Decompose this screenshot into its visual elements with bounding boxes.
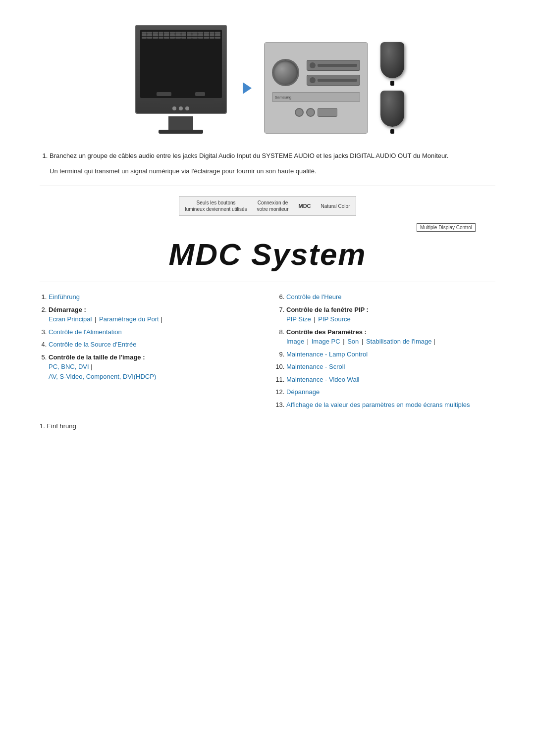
list-item-11: Maintenance - Video Wall bbox=[286, 375, 495, 385]
list-item-8: Contrôle des Paramètres : Image | Image … bbox=[286, 327, 495, 347]
list-item-7: Contrôle de la fenêtre PIP : PIP Size | … bbox=[286, 305, 495, 324]
list-item-6: Contrôle de l'Heure bbox=[286, 292, 495, 302]
list-item-1: Einführung bbox=[49, 292, 258, 302]
list-item-10: Maintenance - Scroll bbox=[286, 362, 495, 372]
monitor-image bbox=[131, 25, 230, 134]
link-parametrage-port[interactable]: Paramétrage du Port bbox=[99, 315, 159, 323]
item8-label: Contrôle des Paramètres : bbox=[286, 328, 367, 336]
mdc-title: MDC System bbox=[40, 237, 495, 272]
link-controle-source[interactable]: Contrôle de la Source d'Entrée bbox=[49, 341, 136, 348]
list-item-5: Contrôle de la taille de l'image : PC, B… bbox=[49, 353, 258, 382]
page-container: Samsung Branchez un groupe de câbles aud… bbox=[0, 0, 535, 756]
link-depannage[interactable]: Dépannage bbox=[286, 388, 320, 396]
nav-list-right: Contrôle de l'Heure Contrôle de la fenêt… bbox=[277, 292, 495, 412]
navigation-list: Einführung Démarrage : Ecran Principal |… bbox=[40, 292, 495, 412]
tab-natural-color[interactable]: Natural Color bbox=[321, 203, 350, 209]
list-item-4: Contrôle de la Source d'Entrée bbox=[49, 340, 258, 350]
divider-2 bbox=[40, 282, 495, 282]
list-item-13: Affichage de la valeur des paramètres en… bbox=[286, 400, 495, 410]
list-item-3: Contrôle de l'Alimentation bbox=[49, 327, 258, 337]
nav-tabs-area: Seuls les boutons lumineux deviennent ut… bbox=[40, 196, 495, 216]
link-stabilisation[interactable]: Stabilisation de l'image bbox=[366, 338, 432, 345]
item5-label: Contrôle de la taille de l'image : bbox=[49, 353, 145, 361]
nav-tabs-bar: Seuls les boutons lumineux deviennent ut… bbox=[179, 196, 357, 216]
intro-text-section: Branchez un groupe de câbles audio entre… bbox=[40, 151, 495, 176]
tab-mdc[interactable]: MDC bbox=[299, 202, 311, 209]
link-son[interactable]: Son bbox=[347, 338, 359, 345]
link-ecran-principal[interactable]: Ecran Principal bbox=[49, 315, 92, 323]
intro-subtext: Un terminal qui transmet un signal numér… bbox=[50, 166, 495, 176]
item7-label: Contrôle de la fenêtre PIP : bbox=[286, 306, 369, 313]
link-video-wall[interactable]: Maintenance - Video Wall bbox=[286, 376, 359, 383]
link-lamp-control[interactable]: Maintenance - Lamp Control bbox=[286, 351, 368, 358]
link-maintenance-scroll[interactable]: Maintenance - Scroll bbox=[286, 363, 345, 370]
mdc-system-header: Multiple Display Control MDC System bbox=[40, 223, 495, 272]
link-av-svideo[interactable]: AV, S-Video, Component, DVI(HDCP) bbox=[49, 373, 156, 380]
cable-connectors bbox=[380, 42, 404, 134]
link-image-pc[interactable]: Image PC bbox=[312, 338, 340, 345]
list-item-2: Démarrage : Ecran Principal | Paramétrag… bbox=[49, 305, 258, 324]
link-pip-size[interactable]: PIP Size bbox=[286, 315, 311, 323]
link-einfuhrung[interactable]: Einführung bbox=[49, 293, 80, 301]
tab-connection[interactable]: Connexion de votre moniteur bbox=[257, 200, 289, 212]
link-controle-heure[interactable]: Contrôle de l'Heure bbox=[286, 293, 342, 301]
tab-buttons[interactable]: Seuls les boutons lumineux deviennent ut… bbox=[185, 200, 247, 212]
link-affichage-valeur[interactable]: Affichage de la valeur des paramètres en… bbox=[286, 401, 470, 408]
hardware-image-section: Samsung bbox=[40, 25, 495, 134]
device-panel: Samsung bbox=[264, 42, 368, 134]
list-item-9: Maintenance - Lamp Control bbox=[286, 350, 495, 359]
bottom-section: 1. Einf hrung bbox=[40, 422, 495, 430]
intro-item1: Branchez un groupe de câbles audio entre… bbox=[50, 151, 495, 161]
link-image[interactable]: Image bbox=[286, 338, 304, 345]
item2-label: Démarrage : bbox=[49, 306, 86, 313]
connection-arrow bbox=[243, 82, 252, 94]
link-controle-alimentation[interactable]: Contrôle de l'Alimentation bbox=[49, 328, 122, 336]
list-item-12: Dépannage bbox=[286, 387, 495, 397]
link-pip-source[interactable]: PIP Source bbox=[318, 315, 351, 323]
mdc-badge: Multiple Display Control bbox=[417, 223, 476, 232]
nav-list-left: Einführung Démarrage : Ecran Principal |… bbox=[40, 292, 258, 412]
divider-1 bbox=[40, 186, 495, 186]
link-pc-bnc-dvi[interactable]: PC, BNC, DVI bbox=[49, 363, 89, 370]
bottom-text: 1. Einf hrung bbox=[40, 422, 495, 430]
